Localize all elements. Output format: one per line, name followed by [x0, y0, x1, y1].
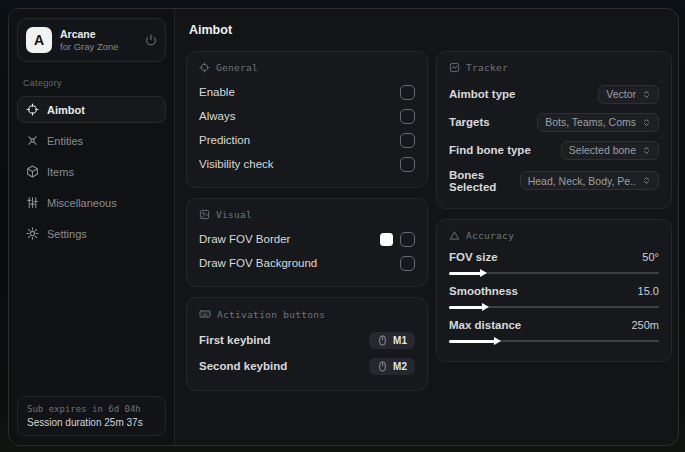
- prediction-checkbox[interactable]: [400, 133, 415, 148]
- session-duration-text: Session duration 25m 37s: [27, 417, 156, 428]
- sidebar-item-miscellaneous[interactable]: Miscellaneous: [17, 189, 166, 216]
- entities-icon: [26, 134, 39, 147]
- chevron-up-down-icon: [642, 118, 651, 127]
- crosshair-icon: [199, 62, 210, 73]
- card-title: Activation buttons: [217, 309, 325, 320]
- setting-row-prediction: Prediction: [199, 128, 415, 152]
- sidebar-item-label: Aimbot: [47, 104, 85, 116]
- sidebar: A Arcane for Gray Zone Category Aimbot E…: [9, 9, 175, 445]
- setting-row-aimbot-type: Aimbot type Vector: [449, 80, 659, 108]
- activity-icon: [449, 62, 460, 73]
- tracker-card: Tracker Aimbot type Vector Targets: [436, 51, 672, 209]
- app-subtitle: for Gray Zone: [60, 41, 137, 52]
- aimbot-type-select[interactable]: Vector: [598, 85, 659, 104]
- draw-fov-border-checkbox[interactable]: [400, 232, 415, 247]
- activation-card: Activation buttons First keybind M1 Seco…: [186, 297, 428, 391]
- bones-selected-select[interactable]: Head, Neck, Body, Pe..: [520, 171, 659, 190]
- card-title: Accuracy: [466, 230, 514, 241]
- setting-row-smoothness: Smoothness 15.0: [449, 282, 659, 316]
- setting-row-fov-size: FOV size 50°: [449, 248, 659, 282]
- second-keybind-button[interactable]: M2: [369, 358, 415, 375]
- setting-row-targets: Targets Bots, Teams, Coms: [449, 108, 659, 136]
- keyboard-icon: [199, 308, 211, 320]
- max-distance-slider[interactable]: [449, 338, 659, 344]
- crosshair-icon: [26, 103, 39, 116]
- setting-row-visibility-check: Visibility check: [199, 152, 415, 176]
- max-distance-value: 250m: [631, 319, 659, 331]
- triangle-icon: [449, 230, 460, 241]
- setting-row-bones-selected: Bones Selected Head, Neck, Body, Pe..: [449, 164, 659, 197]
- smoothness-slider[interactable]: [449, 304, 659, 310]
- main-panel: Aimbot General Enable: [175, 9, 679, 445]
- sub-expiry-text: Sub expires in 6d 04h: [27, 404, 156, 414]
- sidebar-item-label: Miscellaneous: [47, 197, 117, 209]
- accuracy-card: Accuracy FOV size 50°: [436, 219, 672, 362]
- always-checkbox[interactable]: [400, 109, 415, 124]
- brand-card: A Arcane for Gray Zone: [17, 18, 166, 62]
- sidebar-item-label: Entities: [47, 135, 83, 147]
- fov-size-slider[interactable]: [449, 270, 659, 276]
- subscription-info: Sub expires in 6d 04h Session duration 2…: [17, 396, 166, 436]
- setting-row-second-keybind: Second keybind M2: [199, 353, 415, 379]
- chevron-up-down-icon: [642, 90, 651, 99]
- sidebar-item-aimbot[interactable]: Aimbot: [17, 96, 166, 123]
- setting-row-enable: Enable: [199, 80, 415, 104]
- visual-card: Visual Draw FOV Border Draw FOV Backgrou…: [186, 198, 428, 287]
- page-title: Aimbot: [175, 9, 679, 49]
- draw-fov-background-checkbox[interactable]: [400, 256, 415, 271]
- slider-thumb[interactable]: [494, 337, 501, 345]
- sliders-icon: [26, 196, 39, 209]
- find-bone-type-select[interactable]: Selected bone: [561, 141, 659, 160]
- setting-row-always: Always: [199, 104, 415, 128]
- chevron-up-down-icon: [642, 146, 651, 155]
- card-title: General: [216, 62, 258, 73]
- gear-icon: [26, 227, 39, 240]
- sidebar-item-label: Settings: [47, 228, 87, 240]
- card-title: Visual: [216, 209, 252, 220]
- sidebar-item-settings[interactable]: Settings: [17, 220, 166, 247]
- mouse-icon: [377, 335, 388, 346]
- fov-size-value: 50°: [642, 251, 659, 263]
- first-keybind-button[interactable]: M1: [369, 332, 415, 349]
- setting-row-max-distance: Max distance 250m: [449, 316, 659, 350]
- setting-row-find-bone-type: Find bone type Selected bone: [449, 136, 659, 164]
- setting-row-draw-fov-border: Draw FOV Border: [199, 227, 415, 251]
- mouse-icon: [377, 361, 388, 372]
- app-logo: A: [26, 27, 52, 53]
- category-label: Category: [23, 78, 174, 88]
- app-name: Arcane: [60, 28, 137, 41]
- visibility-check-checkbox[interactable]: [400, 157, 415, 172]
- slider-thumb[interactable]: [480, 269, 487, 277]
- sidebar-item-entities[interactable]: Entities: [17, 127, 166, 154]
- image-icon: [199, 209, 210, 220]
- fov-border-color-swatch[interactable]: [380, 233, 393, 246]
- general-card: General Enable Always Prediction: [186, 51, 428, 188]
- cube-icon: [26, 165, 39, 178]
- setting-row-first-keybind: First keybind M1: [199, 327, 415, 353]
- app-window: A Arcane for Gray Zone Category Aimbot E…: [8, 8, 679, 446]
- setting-row-draw-fov-background: Draw FOV Background: [199, 251, 415, 275]
- slider-thumb[interactable]: [482, 303, 489, 311]
- sidebar-item-label: Items: [47, 166, 74, 178]
- sidebar-item-items[interactable]: Items: [17, 158, 166, 185]
- power-icon[interactable]: [145, 34, 157, 46]
- smoothness-value: 15.0: [638, 285, 659, 297]
- enable-checkbox[interactable]: [400, 85, 415, 100]
- targets-select[interactable]: Bots, Teams, Coms: [537, 113, 659, 132]
- chevron-up-down-icon: [642, 176, 651, 185]
- keybind-value: M2: [393, 361, 407, 372]
- keybind-value: M1: [393, 335, 407, 346]
- card-title: Tracker: [466, 62, 508, 73]
